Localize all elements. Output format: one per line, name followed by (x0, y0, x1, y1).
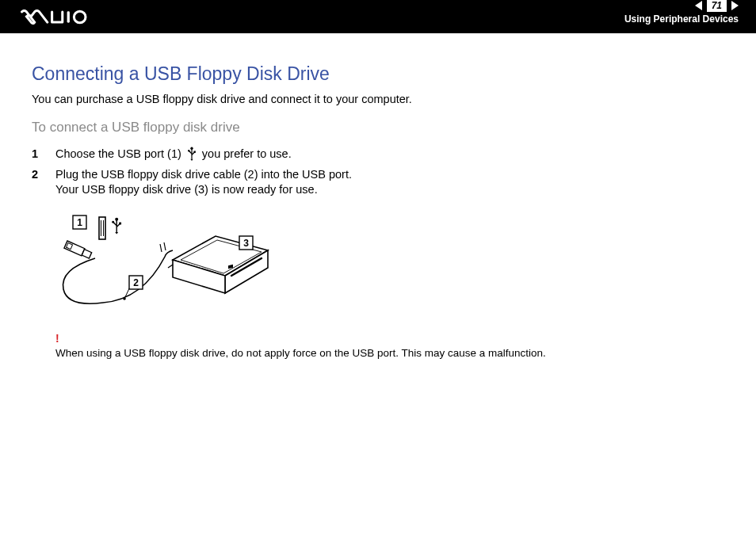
svg-line-21 (164, 242, 166, 250)
svg-point-1 (74, 11, 86, 23)
svg-point-4 (188, 150, 189, 151)
next-page-arrow-icon[interactable] (731, 1, 739, 10)
step-2: 2 Plug the USB floppy disk drive cable (… (32, 167, 724, 198)
svg-rect-16 (82, 249, 91, 257)
usb-icon (186, 147, 197, 161)
step-number: 2 (32, 167, 41, 183)
page-nav: 71 (695, 0, 739, 12)
warning-note: ! When using a USB floppy disk drive, do… (32, 331, 724, 360)
steps-list: 1 Choose the USB port (1) you prefer to … (32, 147, 724, 198)
step-line1: Plug the USB floppy disk drive cable (2)… (55, 168, 352, 181)
page-content: Connecting a USB Floppy Disk Drive You c… (0, 33, 756, 360)
diagram-label-2: 2 (133, 277, 139, 288)
step-body: Choose the USB port (1) you prefer to us… (55, 147, 724, 162)
page-header: 71 Using Peripheral Devices (0, 0, 756, 33)
step-body: Plug the USB floppy disk drive cable (2)… (55, 167, 724, 198)
warning-text: When using a USB floppy disk drive, do n… (55, 347, 546, 359)
warning-icon: ! (55, 332, 59, 345)
svg-rect-0 (67, 11, 70, 23)
svg-rect-7 (99, 217, 105, 239)
svg-rect-14 (64, 241, 85, 256)
diagram-label-3: 3 (243, 238, 249, 249)
page-number-badge: 71 (707, 0, 727, 12)
step-text-pre: Choose the USB port (1) (55, 147, 185, 160)
subtitle: To connect a USB floppy disk drive (32, 120, 724, 135)
svg-rect-5 (193, 151, 195, 153)
step-1: 1 Choose the USB port (1) you prefer to … (32, 147, 724, 162)
prev-page-arrow-icon[interactable] (695, 1, 702, 10)
svg-rect-13 (119, 222, 121, 224)
intro-text: You can purchase a USB floppy disk drive… (32, 93, 724, 105)
svg-point-18 (123, 297, 126, 300)
floppy-diagram: 1 2 (55, 214, 293, 309)
vaio-logo (17, 10, 94, 25)
page-title: Connecting a USB Floppy Disk Drive (32, 63, 724, 85)
step-text-post: you prefer to use. (199, 147, 292, 160)
section-label: Using Peripheral Devices (624, 13, 739, 25)
step-line2: Your USB floppy disk drive (3) is now re… (55, 183, 318, 196)
step-number: 1 (32, 147, 41, 162)
header-right: 71 Using Peripheral Devices (624, 9, 739, 25)
diagram-label-1: 1 (77, 217, 82, 228)
svg-line-20 (160, 244, 162, 252)
svg-point-12 (112, 221, 114, 223)
